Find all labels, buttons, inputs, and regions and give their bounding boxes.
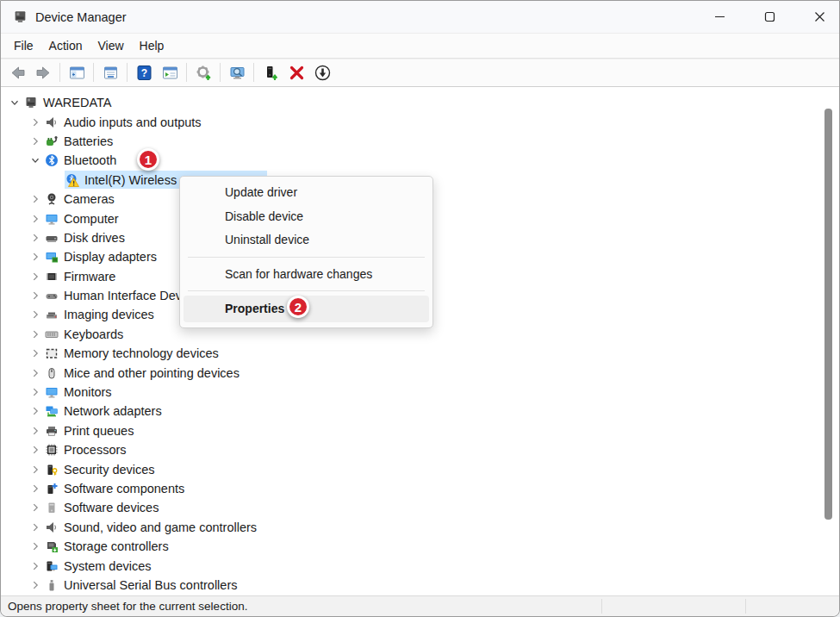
chevron-right-icon[interactable] xyxy=(27,327,44,341)
uninstall-button[interactable] xyxy=(285,61,308,84)
context-menu-item-disable-device[interactable]: Disable device xyxy=(184,205,429,229)
chevron-right-icon[interactable] xyxy=(27,404,44,418)
toolbar-separator xyxy=(220,63,221,82)
tree-item-network-adapters[interactable]: Network adapters xyxy=(2,402,838,421)
tree-item-waredata[interactable]: WAREDATA xyxy=(2,93,838,112)
tree-item-label: Firmware xyxy=(64,270,115,284)
toolbar-separator xyxy=(59,63,60,82)
storage-icon xyxy=(44,539,59,553)
chevron-right-icon[interactable] xyxy=(27,366,44,380)
menu-help[interactable]: Help xyxy=(132,34,172,58)
close-button[interactable] xyxy=(800,1,839,33)
monitor-icon xyxy=(44,385,59,399)
tree-item-sound-video-and-game-controllers[interactable]: Sound, video and game controllers xyxy=(2,518,838,537)
chevron-right-icon[interactable] xyxy=(27,482,44,495)
tree-item-universal-serial-bus-controllers[interactable]: Universal Serial Bus controllers xyxy=(2,576,838,595)
tree-item-print-queues[interactable]: Print queues xyxy=(2,421,838,440)
tree-item-label: Sound, video and game controllers xyxy=(64,520,257,534)
tree-item-label: System devices xyxy=(64,559,152,573)
tree-item-monitors[interactable]: Monitors xyxy=(2,383,838,402)
toolbar-separator xyxy=(127,63,128,82)
chevron-right-icon[interactable] xyxy=(27,559,44,573)
chevron-right-icon[interactable] xyxy=(27,443,44,457)
properties-button[interactable] xyxy=(99,61,121,84)
console-tree-button[interactable] xyxy=(65,61,88,84)
tree-item-memory-technology-devices[interactable]: Memory technology devices xyxy=(2,344,838,363)
network-icon xyxy=(44,404,59,418)
help-button[interactable]: ? xyxy=(133,61,155,84)
chevron-right-icon[interactable] xyxy=(27,308,44,321)
tree-item-label: Software devices xyxy=(64,501,159,514)
menu-action[interactable]: Action xyxy=(41,34,90,58)
context-menu-item-update-driver[interactable]: Update driver xyxy=(184,181,429,205)
chevron-right-icon[interactable] xyxy=(27,270,44,284)
toolbar-separator xyxy=(186,63,187,82)
computer-icon xyxy=(23,96,39,109)
tree-item-batteries[interactable]: Batteries xyxy=(2,132,838,151)
scan-hardware-button[interactable] xyxy=(226,61,248,84)
bluetooth-icon xyxy=(44,153,59,167)
memory-icon xyxy=(44,346,59,360)
close-icon xyxy=(814,11,825,22)
tree-item-mice-and-other-pointing-devices[interactable]: Mice and other pointing devices xyxy=(2,363,838,382)
chevron-right-icon[interactable] xyxy=(27,578,44,592)
maximize-button[interactable] xyxy=(750,1,789,33)
menu-view[interactable]: View xyxy=(90,34,131,58)
chevron-right-icon[interactable] xyxy=(27,192,44,206)
tree-item-label: Computer xyxy=(64,212,119,226)
chevron-right-icon[interactable] xyxy=(27,463,44,477)
chevron-right-icon[interactable] xyxy=(27,520,44,534)
system-icon xyxy=(44,559,59,573)
minimize-button[interactable] xyxy=(700,1,739,33)
disable-button[interactable] xyxy=(311,61,333,84)
add-drivers-button[interactable] xyxy=(259,61,282,84)
back-button[interactable] xyxy=(6,61,28,84)
firmware-icon xyxy=(44,270,59,284)
speaker-icon xyxy=(44,520,59,534)
action-pane-button[interactable] xyxy=(159,61,181,84)
tree-item-security-devices[interactable]: Security devices xyxy=(2,459,838,478)
chevron-right-icon[interactable] xyxy=(27,424,44,438)
keyboard-icon xyxy=(44,327,59,341)
camera-icon xyxy=(44,192,59,206)
context-menu-separator xyxy=(188,290,425,291)
tree-item-software-components[interactable]: Software components xyxy=(2,479,838,498)
vertical-scrollbar[interactable] xyxy=(824,109,832,520)
tree-item-label: Network adapters xyxy=(64,404,162,418)
statusbar: Opens property sheet for the current sel… xyxy=(1,595,839,616)
update-driver-icon xyxy=(196,65,212,81)
status-text: Opens property sheet for the current sel… xyxy=(8,600,247,613)
tree-item-label: Keyboards xyxy=(64,327,123,341)
chevron-right-icon[interactable] xyxy=(27,231,44,245)
chevron-down-icon[interactable] xyxy=(27,153,44,167)
chevron-right-icon[interactable] xyxy=(27,385,44,399)
device-manager-window: Device Manager FileActionViewHelp ? WARE… xyxy=(0,0,840,617)
tree-item-label: Memory technology devices xyxy=(64,346,219,360)
tree-item-storage-controllers[interactable]: Storage controllers xyxy=(2,537,838,556)
chevron-right-icon[interactable] xyxy=(27,539,44,553)
bluetooth-warning-icon xyxy=(65,173,80,187)
chevron-right-icon[interactable] xyxy=(27,501,44,514)
tree-item-system-devices[interactable]: System devices xyxy=(2,556,838,575)
context-menu-item-scan-for-hardware-changes[interactable]: Scan for hardware changes xyxy=(184,262,429,286)
chevron-right-icon[interactable] xyxy=(27,115,44,129)
tree-item-audio-inputs-and-outputs[interactable]: Audio inputs and outputs xyxy=(2,112,838,131)
chevron-down-icon[interactable] xyxy=(6,96,23,109)
properties-icon xyxy=(103,65,119,81)
disk-icon xyxy=(44,231,59,245)
tree-item-software-devices[interactable]: Software devices xyxy=(2,498,838,517)
tree-item-bluetooth[interactable]: Bluetooth xyxy=(2,151,838,170)
context-menu-item-uninstall-device[interactable]: Uninstall device xyxy=(184,228,429,252)
window-controls xyxy=(689,1,839,33)
menu-file[interactable]: File xyxy=(6,34,41,58)
chevron-right-icon[interactable] xyxy=(27,212,44,226)
chevron-right-icon[interactable] xyxy=(27,346,44,360)
update-driver-button[interactable] xyxy=(192,61,215,84)
chevron-right-icon[interactable] xyxy=(27,289,44,302)
forward-button[interactable] xyxy=(32,61,54,84)
tree-item-processors[interactable]: Processors xyxy=(2,440,838,459)
monitor-icon xyxy=(44,212,59,226)
step-badge-2: 2 xyxy=(287,296,309,318)
chevron-right-icon[interactable] xyxy=(27,134,44,148)
chevron-right-icon[interactable] xyxy=(27,250,44,264)
